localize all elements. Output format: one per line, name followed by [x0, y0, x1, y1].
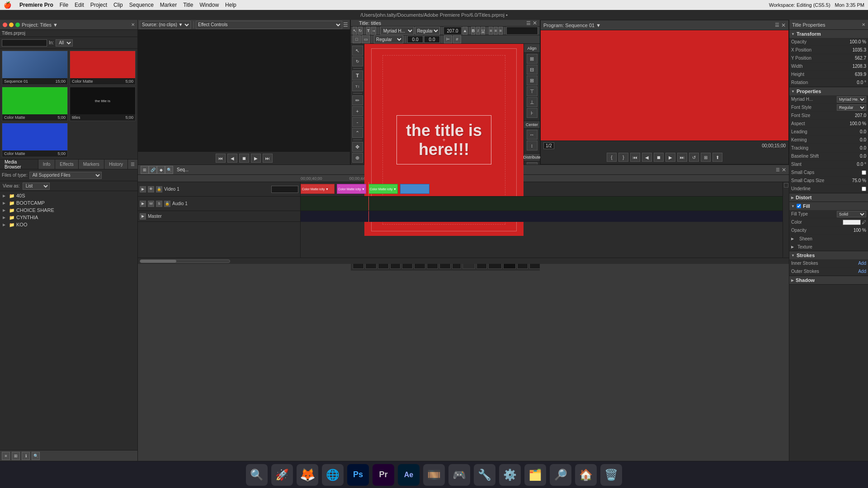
- track-expand-master[interactable]: ▶: [140, 213, 146, 220]
- project-item-titles[interactable]: the title is titles 5;00: [70, 87, 136, 121]
- align-right-btn[interactable]: ⊞: [527, 75, 538, 85]
- prog-step-fwd[interactable]: ⏭: [677, 153, 687, 162]
- project-min-btn[interactable]: [9, 23, 14, 27]
- center-v-btn[interactable]: ↕: [527, 141, 538, 150]
- inner-strokes-add[interactable]: Add: [858, 261, 866, 266]
- leading-value[interactable]: 0.0: [839, 129, 866, 134]
- title-tab-stop[interactable]: ⊢: [444, 35, 452, 43]
- font-style-select[interactable]: Regular: [415, 27, 440, 35]
- title-text-container[interactable]: the title is here!!!: [396, 115, 491, 164]
- clip-menu[interactable]: Clip: [113, 2, 123, 8]
- small-caps-size-value[interactable]: 75.0 %: [839, 178, 866, 183]
- window-menu[interactable]: Window: [199, 2, 219, 8]
- tab-media-browser[interactable]: Media Browser: [0, 160, 38, 169]
- track-solo-a1[interactable]: S: [156, 201, 162, 207]
- prog-mark-in[interactable]: {: [607, 153, 617, 162]
- tool-text-v[interactable]: T↕: [352, 81, 363, 91]
- prog-play[interactable]: ▶: [665, 153, 675, 162]
- italic-btn[interactable]: I: [476, 27, 480, 35]
- track-expand-a1[interactable]: ▶: [140, 201, 146, 207]
- title-panel-close[interactable]: ✕: [533, 20, 537, 26]
- track-expand-v1[interactable]: ▶: [140, 186, 146, 192]
- dock-ae[interactable]: Ae: [398, 464, 420, 486]
- dock-app9[interactable]: 🔧: [474, 464, 495, 486]
- media-panel-menu[interactable]: ☰: [128, 160, 137, 169]
- bold-btn[interactable]: B: [471, 27, 475, 35]
- align-middle-btn[interactable]: ⊥: [527, 97, 538, 107]
- folder-cynthia[interactable]: ▶ 📁 CYNTHIA: [1, 214, 137, 221]
- tool-text[interactable]: T: [352, 70, 363, 80]
- center-h-btn[interactable]: ↔: [527, 130, 538, 140]
- files-of-type-select[interactable]: All Supported Files: [29, 172, 102, 179]
- clip-pink[interactable]: Color Matte icity ▼: [337, 184, 366, 194]
- width-value[interactable]: 1208.3: [839, 64, 866, 69]
- texture-header[interactable]: ▶ Texture: [789, 243, 868, 251]
- sheen-header[interactable]: ▶ Sheen: [789, 235, 868, 243]
- program-panel-close[interactable]: ✕: [781, 22, 786, 28]
- prog-stop[interactable]: ⏹: [654, 153, 664, 162]
- distort-header[interactable]: ▶ Distort: [789, 193, 868, 202]
- font-size-input[interactable]: [443, 27, 462, 35]
- outer-strokes-add[interactable]: Add: [858, 269, 866, 274]
- prog-step-back[interactable]: ⏮: [630, 153, 640, 162]
- title-props-close[interactable]: ✕: [862, 22, 865, 27]
- align-bottom-btn[interactable]: ⊦: [527, 108, 538, 118]
- kerning-input[interactable]: [424, 36, 440, 43]
- media-grid-btn[interactable]: ⊞: [12, 452, 20, 460]
- file-menu[interactable]: File: [60, 2, 68, 8]
- project-item-red[interactable]: Color Matte 5;00: [70, 51, 136, 85]
- title-vertical-type-tool[interactable]: T: [371, 27, 376, 35]
- text-style-select[interactable]: Regular: [374, 35, 403, 43]
- project-item-blue[interactable]: Color Matte 5;00: [2, 123, 68, 157]
- tl-scroll-up[interactable]: [784, 183, 788, 188]
- fill-header[interactable]: ▼ Fill: [789, 202, 868, 210]
- font-family-select[interactable]: Myriad H...: [380, 27, 414, 35]
- track-eye-v1[interactable]: 👁: [148, 186, 154, 192]
- tl-snap[interactable]: ⊞: [141, 166, 149, 174]
- track-lock-a1[interactable]: 🔒: [164, 201, 170, 207]
- align-left[interactable]: ≡: [489, 27, 493, 35]
- title-menu[interactable]: Title: [183, 2, 193, 8]
- track-lock-v1[interactable]: 🔒: [156, 186, 162, 192]
- project-item-sequence[interactable]: Sequence 01 15;00: [2, 51, 68, 85]
- dock-search[interactable]: 🔎: [550, 464, 571, 486]
- prog-export[interactable]: ⬆: [712, 153, 722, 162]
- tool-zoom[interactable]: ⊕: [352, 153, 363, 163]
- effect-controls-tab[interactable]: Effect Controls Audio Mixer: Sequence 01…: [196, 21, 342, 29]
- baseline-value[interactable]: 0.0: [839, 154, 866, 159]
- font-family-select-prop[interactable]: Myriad He...: [837, 96, 866, 103]
- tab-markers[interactable]: Markers: [79, 160, 104, 169]
- search-input[interactable]: [2, 39, 47, 47]
- tool-pen-del[interactable]: -: [352, 117, 363, 127]
- tool-pen-add[interactable]: +: [352, 106, 363, 116]
- fill-type-select[interactable]: Solid: [837, 211, 866, 217]
- opacity-value[interactable]: 100.0 %: [839, 39, 866, 44]
- align-center-btn[interactable]: ⊟: [527, 65, 538, 75]
- properties-header[interactable]: ▼ Properties: [789, 87, 868, 95]
- dock-photoshop[interactable]: Ps: [347, 464, 369, 486]
- title-tool-rounded-rect[interactable]: ▭: [362, 35, 370, 43]
- source-stop[interactable]: ⏹: [239, 154, 249, 163]
- fill-opacity-value[interactable]: 100 %: [839, 228, 866, 233]
- app-menu[interactable]: Premiere Pro: [19, 2, 53, 8]
- program-panel-menu[interactable]: ☰: [775, 22, 779, 28]
- tool-arrow[interactable]: ↖: [352, 46, 363, 56]
- source-panel-menu[interactable]: ☰: [343, 22, 348, 28]
- dock-home[interactable]: 🏠: [575, 464, 597, 486]
- align-left-btn[interactable]: ⊞: [527, 54, 538, 64]
- media-meta-btn[interactable]: ℹ: [22, 452, 30, 460]
- font-style-select-prop[interactable]: Regular: [837, 104, 866, 111]
- dock-premiere[interactable]: Pr: [373, 464, 394, 486]
- tl-add-marker[interactable]: ◆: [157, 166, 165, 174]
- tool-move[interactable]: ✥: [352, 142, 363, 152]
- source-play-back[interactable]: ◀: [227, 154, 237, 163]
- project-menu[interactable]: Project: [90, 2, 107, 8]
- font-size-value[interactable]: 207.0: [839, 113, 866, 118]
- dock-settings[interactable]: ⚙️: [499, 464, 521, 486]
- project-max-btn[interactable]: [15, 23, 20, 27]
- timeline-scroll-track[interactable]: [140, 259, 230, 263]
- marker-menu[interactable]: Marker: [160, 2, 177, 8]
- align-center[interactable]: ≡: [494, 27, 498, 35]
- underline-btn[interactable]: U: [481, 27, 485, 35]
- project-close-btn[interactable]: [3, 23, 7, 27]
